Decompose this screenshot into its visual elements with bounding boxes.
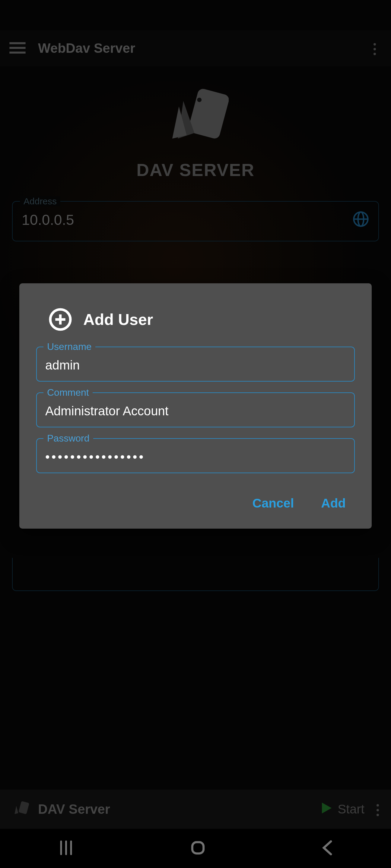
password-field[interactable]: Password •••••••••••••••• (36, 438, 355, 473)
comment-label: Comment (44, 387, 93, 398)
password-label: Password (44, 433, 93, 444)
password-input[interactable]: •••••••••••••••• (45, 450, 346, 464)
username-input[interactable] (45, 358, 346, 373)
add-circle-icon (48, 307, 73, 332)
username-label: Username (44, 341, 95, 352)
comment-field[interactable]: Comment (36, 393, 355, 427)
username-field[interactable]: Username (36, 347, 355, 381)
comment-input[interactable] (45, 404, 346, 418)
add-user-dialog: Add User Username Comment Password •••••… (19, 283, 372, 529)
cancel-button[interactable]: Cancel (253, 496, 294, 510)
add-button[interactable]: Add (321, 496, 346, 510)
dialog-title: Add User (83, 310, 153, 329)
